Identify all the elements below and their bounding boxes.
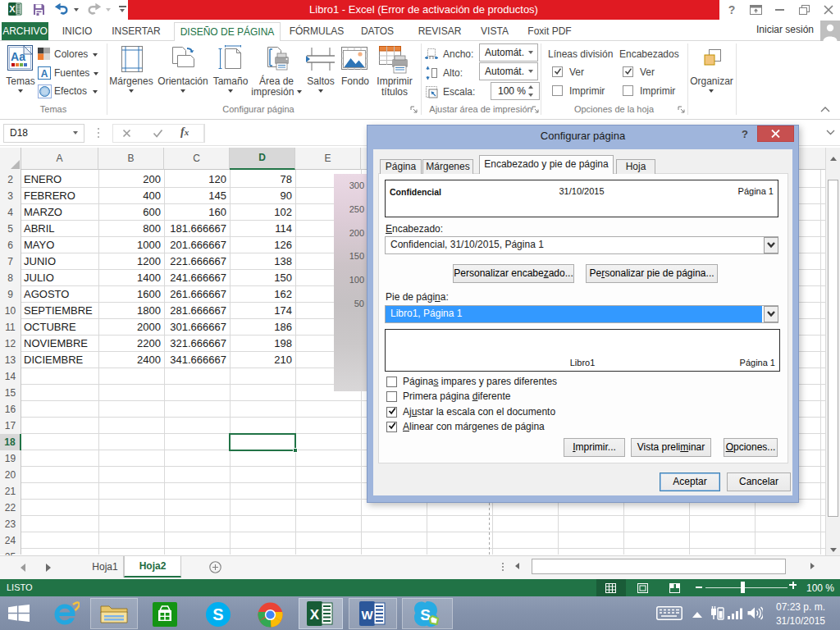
- svg-text:X: X: [310, 607, 320, 623]
- svg-text:A: A: [41, 68, 48, 80]
- svg-text:X: X: [9, 4, 16, 14]
- svg-text:W: W: [361, 608, 373, 622]
- svg-text:S: S: [212, 605, 223, 623]
- svg-text:Aa: Aa: [11, 50, 25, 63]
- svg-text:S: S: [420, 606, 431, 623]
